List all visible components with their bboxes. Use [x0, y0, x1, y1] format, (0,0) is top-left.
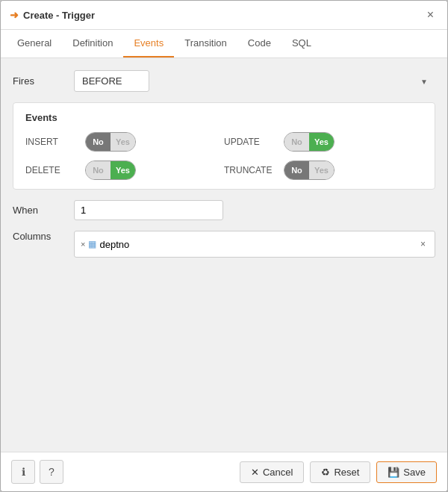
info-button[interactable]: ℹ: [11, 460, 35, 484]
truncate-row: TRUNCATE No Yes: [224, 161, 423, 180]
cancel-icon: ✕: [251, 467, 259, 478]
tab-sql[interactable]: SQL: [281, 30, 322, 57]
insert-yes: Yes: [111, 133, 135, 151]
truncate-label: TRUNCATE: [224, 165, 276, 175]
truncate-toggle[interactable]: No Yes: [284, 161, 335, 180]
update-yes: Yes: [309, 133, 334, 151]
truncate-no: No: [284, 161, 309, 179]
cancel-label: Cancel: [263, 467, 293, 478]
fires-select-wrapper: BEFORE AFTER INSTEAD OF: [74, 70, 435, 92]
tab-definition[interactable]: Definition: [62, 30, 123, 57]
update-row: UPDATE No Yes: [224, 132, 423, 152]
titlebar-left: ➜ Create - Trigger: [10, 9, 95, 21]
reset-icon: ♻: [321, 467, 330, 478]
tag-remove-deptno[interactable]: ×: [81, 240, 85, 249]
help-button[interactable]: ?: [40, 460, 63, 484]
delete-no: No: [86, 161, 111, 179]
events-section: Events INSERT No Yes UPDATE No Yes: [13, 102, 435, 190]
tab-general[interactable]: General: [7, 30, 62, 57]
tab-code[interactable]: Code: [237, 30, 281, 57]
column-icon: ▦: [88, 239, 96, 249]
update-no: No: [284, 133, 309, 151]
fires-select[interactable]: BEFORE AFTER INSTEAD OF: [74, 70, 149, 92]
update-toggle[interactable]: No Yes: [284, 132, 335, 152]
events-title: Events: [25, 112, 423, 123]
footer: ℹ ? ✕ Cancel ♻ Reset 💾 Save: [1, 452, 447, 491]
save-icon: 💾: [388, 467, 399, 478]
main-content: Fires BEFORE AFTER INSTEAD OF Events INS…: [1, 58, 447, 452]
footer-right: ✕ Cancel ♻ Reset 💾 Save: [240, 461, 437, 483]
tab-events[interactable]: Events: [123, 30, 174, 57]
delete-label: DELETE: [25, 165, 78, 175]
truncate-yes: Yes: [309, 161, 334, 179]
cancel-button[interactable]: ✕ Cancel: [240, 461, 304, 483]
titlebar: ➜ Create - Trigger ×: [1, 1, 447, 30]
when-row: When: [13, 200, 435, 220]
dialog: ➜ Create - Trigger × General Definition …: [0, 0, 448, 492]
tab-bar: General Definition Events Transition Cod…: [1, 30, 447, 58]
columns-label: Columns: [13, 231, 65, 242]
arrow-icon: ➜: [10, 9, 19, 21]
when-input[interactable]: [74, 200, 223, 220]
events-grid: INSERT No Yes UPDATE No Yes DELETE: [25, 132, 423, 180]
insert-label: INSERT: [25, 137, 78, 147]
dialog-title: Create - Trigger: [23, 10, 95, 21]
columns-row: Columns × ▦ deptno ×: [13, 231, 435, 258]
update-label: UPDATE: [224, 137, 276, 147]
delete-toggle[interactable]: No Yes: [85, 161, 136, 180]
when-label: When: [13, 205, 65, 216]
delete-yes: Yes: [111, 161, 135, 179]
insert-row: INSERT No Yes: [25, 132, 224, 152]
fires-row: Fires BEFORE AFTER INSTEAD OF: [13, 70, 435, 92]
reset-button[interactable]: ♻ Reset: [310, 461, 370, 483]
fires-label: Fires: [13, 75, 65, 87]
tab-transition[interactable]: Transition: [174, 30, 237, 57]
save-label: Save: [403, 467, 426, 478]
insert-no: No: [86, 133, 111, 151]
delete-row: DELETE No Yes: [25, 161, 224, 180]
save-button[interactable]: 💾 Save: [376, 461, 437, 483]
reset-label: Reset: [334, 467, 359, 478]
clear-all-button[interactable]: ×: [417, 239, 429, 249]
footer-left: ℹ ?: [11, 460, 63, 484]
close-button[interactable]: ×: [423, 7, 438, 23]
columns-input-area[interactable]: × ▦ deptno ×: [74, 231, 435, 258]
tag-deptno: deptno: [99, 239, 129, 250]
insert-toggle[interactable]: No Yes: [85, 132, 136, 152]
